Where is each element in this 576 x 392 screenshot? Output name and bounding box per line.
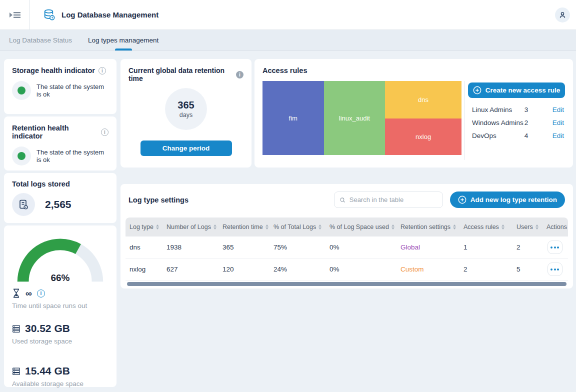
tab-log-types-management[interactable]: Log types management [80,30,166,50]
row-actions-button[interactable] [548,262,562,276]
info-icon[interactable]: i [101,128,108,136]
cell-log-type: nxlog [126,266,162,273]
column-header--of-log-space-used[interactable]: % of Log Space used [326,224,396,230]
sort-icon[interactable] [214,224,216,230]
table-row-dns: dns193836575%0%Global12 [126,236,568,258]
column-header-log-type[interactable]: Log type [126,224,162,230]
table-body: dns193836575%0%Global12nxlog62712024%0%C… [126,236,568,280]
column-header-retention-time[interactable]: Retention time [218,224,270,230]
log-type-settings-title: Log type settings [128,196,188,204]
tab-label: Log types management [88,36,158,44]
storage-health-card: Storage health indicator i The state of … [4,59,116,114]
search-input[interactable] [350,196,438,204]
sort-icon[interactable] [392,224,394,230]
cell-log-type: dns [126,244,162,251]
create-access-rule-label: Create new access rule [486,86,560,94]
plus-circle-icon [473,86,482,94]
used-space-value: 30.52 GB [25,322,70,334]
storage-health-status: The state of the system is ok [36,83,108,98]
sort-icon[interactable] [502,224,504,230]
column-label: Actions [546,224,567,230]
sort-icon[interactable] [318,224,322,230]
retention-days-circle: 365 days [165,88,207,130]
menu-toggle-button[interactable] [0,0,30,30]
search-icon [340,196,346,204]
green-status-dot [18,152,26,160]
retention-health-title: Retention health indicator [12,124,98,140]
available-space-value: 15.44 GB [25,365,70,377]
menu-open-icon [9,10,21,20]
column-header-number-of-logs[interactable]: Number of Logs [162,224,218,230]
sidebar: Storage health indicator i The state of … [4,59,116,392]
add-log-type-label: Add new log type retention [470,196,557,204]
rule-edit-link[interactable]: Edit [552,106,564,114]
treemap-block-nxlog[interactable]: nxlog [385,118,462,155]
access-rules-title: Access rules [262,66,307,74]
retention-card-title: Current global data retention time [128,66,232,82]
info-icon[interactable]: i [236,71,244,78]
page-title: Log Database Management [62,10,158,19]
tab-label: Log Database Status [9,36,72,44]
used-space-label: Used storage space [12,338,108,345]
user-avatar-button[interactable] [555,8,570,22]
cell-users: 2 [512,244,542,251]
column-label: Log type [130,224,154,230]
column-header-users[interactable]: Users [512,224,542,230]
sort-icon[interactable] [266,224,268,230]
horizontal-scrollbar[interactable] [127,282,566,286]
create-access-rule-button[interactable]: Create new access rule [468,82,565,98]
info-icon[interactable]: i [98,67,106,74]
cell-pct-of-total-logs: 24% [270,266,326,273]
treemap-block-dns[interactable]: dns [385,81,462,118]
retention-time-card: Current global data retention time i 365… [120,59,252,168]
capacity-card: 66% ∞ i Time until space runs out [4,226,116,387]
rule-edit-link[interactable]: Edit [552,132,564,140]
column-label: Retention time [222,224,263,230]
retention-days-unit: days [180,112,192,118]
access-rule-row: DevOps4Edit [468,129,565,142]
cell-pct-of-total-logs: 75% [270,244,326,251]
storage-icon [12,324,20,333]
access-rules-card: Access rules fimlinux_auditdnsnxlog Crea… [254,59,573,168]
column-header-retention-settings[interactable]: Retention settings [396,224,460,230]
cell-pct-of-log-space-used: 0% [326,244,396,251]
info-icon[interactable]: i [37,290,45,298]
divider [464,81,465,160]
treemap-block-fim[interactable]: fim [262,81,324,155]
table-row-nxlog: nxlog62712024%0%Custom25 [126,258,568,280]
row-actions-button[interactable] [548,240,562,254]
sort-icon[interactable] [453,224,456,230]
tab-log-database-status[interactable]: Log Database Status [1,30,80,50]
cell-number-of-logs: 627 [162,266,218,273]
column-header--of-total-logs[interactable]: % of Total Logs [270,224,326,230]
cell-retention-settings: Global [396,244,460,251]
treemap-block-linux_audit[interactable]: linux_audit [324,81,386,155]
change-period-button[interactable]: Change period [140,140,232,156]
logs-document-icon [12,193,35,216]
retention-health-card: Retention health indicator i The state o… [4,116,116,170]
rule-name: Windows Admins [472,119,524,126]
column-header-actions: Actions [542,224,568,230]
content-area: Storage health indicator i The state of … [0,51,576,392]
rule-edit-link[interactable]: Edit [552,119,564,126]
status-indicator [12,146,31,166]
rule-name: Linux Admins [472,106,524,114]
access-rule-row: Windows Admins2Edit [468,116,565,129]
sort-icon[interactable] [156,224,159,230]
rule-count: 3 [524,106,552,114]
green-status-dot [18,86,26,94]
total-logs-title: Total logs stored [12,180,70,188]
access-rules-list: Linux Admins3EditWindows Admins2EditDevO… [468,103,565,142]
status-indicator [12,81,31,100]
hourglass-icon [12,288,20,298]
column-label: Users [516,224,533,230]
treemap-column: dnsnxlog [385,81,462,155]
brand: Log Database Management [43,8,158,21]
treemap-label: fim [289,114,298,122]
sort-icon[interactable] [536,224,538,230]
rule-count: 4 [524,132,552,140]
column-header-access-rules[interactable]: Access rules [460,224,512,230]
active-tab-indicator [115,48,132,50]
cell-access-rules: 2 [460,266,512,273]
add-log-type-button[interactable]: Add new log type retention [450,192,565,208]
